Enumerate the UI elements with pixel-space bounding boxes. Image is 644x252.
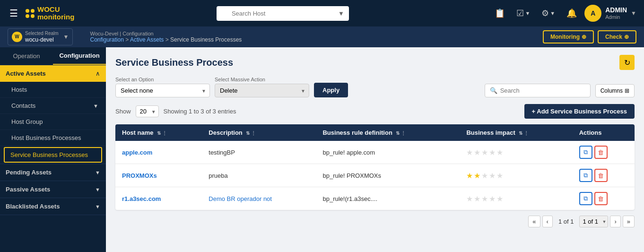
stars-container: ★★★★★ [466,171,566,180]
cell-actions: ⧉ 🗑 [573,164,635,187]
breadcrumb-active-assets[interactable]: Active Assets [130,36,164,43]
sidebar-item-service-business-processes[interactable]: Service Business Processes [4,147,102,163]
col-business-impact: Business impact ⇅ ⋮ [460,124,572,141]
pending-assets-header[interactable]: Pending Assets ▼ [0,164,106,181]
sidebar-item-host-business-processes[interactable]: Host Business Processes [0,130,106,146]
copy-button[interactable]: ⧉ [579,146,592,159]
monitoring-label: Monitoring [550,34,580,40]
select-massive-wrapper: Delete [215,84,309,97]
logo: WOCUmonitoring [26,6,74,21]
show-select[interactable]: 20 [136,105,159,117]
select-massive-dropdown[interactable]: Delete [215,84,309,97]
breadcrumb-wocu-devel[interactable]: Wocu-Devel [90,31,118,36]
star-1[interactable]: ★ [474,148,480,157]
active-assets-header[interactable]: Active Assets ∧ [0,65,106,82]
settings-button[interactable]: ⚙ ▼ [538,6,559,20]
page-title: Service Business Process [115,57,233,68]
breadcrumb-configuration[interactable]: Configuration [90,36,123,43]
star-2[interactable]: ★ [481,194,488,203]
star-1[interactable]: ★ [474,194,480,203]
pagination-last[interactable]: » [623,216,635,227]
select-massive-label: Select Massive Action [215,77,309,82]
star-2[interactable]: ★ [481,171,488,180]
columns-icon: ⊞ [625,87,629,94]
hostname-link[interactable]: r1.a3sec.com [122,195,161,202]
col-hostname-label: Host name [122,129,153,136]
sidebar-item-hosts[interactable]: Hosts [0,82,106,98]
admin-area[interactable]: A ADMIN Admin ▼ [584,5,636,22]
pagination-prev[interactable]: ‹ [542,216,553,227]
tab-configuration[interactable]: Configuration [53,47,106,65]
copy-button[interactable]: ⧉ [579,169,592,182]
tasks-button[interactable]: ☑ ▼ [513,6,534,20]
delete-button[interactable]: 🗑 [594,192,608,205]
description-text: Demo BR operador not [209,195,272,202]
star-3[interactable]: ★ [489,171,496,180]
admin-info: ADMIN Admin [605,6,627,20]
monitoring-icon: ⊕ [582,34,586,40]
realm-icon: W [12,32,22,42]
search-box: 🔍 [485,84,591,97]
copy-button[interactable]: ⧉ [579,192,592,205]
sidebar-item-contacts[interactable]: Contacts ▼ [0,98,106,114]
contacts-label: Contacts [11,102,35,109]
col-actions: Actions [573,124,635,141]
star-0[interactable]: ★ [466,171,473,180]
table-header: Host name ⇅ ⋮ Description ⇅ ⋮ Business r… [115,124,635,141]
pagination-first[interactable]: « [528,216,540,227]
col-hostname: Host name ⇅ ⋮ [115,124,202,141]
hamburger-button[interactable]: ☰ [8,6,20,21]
col-impact-sort[interactable]: ⇅ ⋮ [519,130,529,136]
check-button[interactable]: Check ⊕ [598,30,636,43]
admin-role: Admin [605,14,627,20]
star-2[interactable]: ★ [481,148,488,157]
sidebar-section-active-assets: Active Assets ∧ Hosts Contacts ▼ Host Gr… [0,65,106,164]
star-4[interactable]: ★ [496,148,503,157]
pagination-select[interactable]: 1 of 1 [579,216,608,227]
cell-description: testingBP [202,141,316,164]
contacts-expand-icon: ▼ [93,103,98,109]
star-0[interactable]: ★ [466,148,473,157]
search-host-dropdown-icon: ▼ [338,10,344,17]
table-row: apple.comtestingBPbp_rule! apple.com★★★★… [115,141,635,164]
star-1[interactable]: ★ [474,171,480,180]
add-service-business-process-button[interactable]: + Add Service Business Process [524,104,635,119]
show-label: Show [115,108,131,115]
delete-button[interactable]: 🗑 [594,146,608,159]
col-hostname-sort[interactable]: ⇅ ⋮ [157,130,167,136]
star-0[interactable]: ★ [466,194,473,203]
cell-rule-definition: bp_rule!(r1.a3sec.... [316,187,460,210]
col-rule-sort[interactable]: ⇅ ⋮ [396,130,406,136]
breadcrumb-configuration-top[interactable]: Configuration [122,31,153,36]
tab-operation[interactable]: Operation [0,47,53,65]
star-3[interactable]: ★ [489,194,496,203]
notifications-button[interactable]: 🔔 [563,6,581,20]
hostname-link[interactable]: apple.com [122,149,152,156]
search-input[interactable] [500,87,585,94]
star-4[interactable]: ★ [496,171,503,180]
hostname-link[interactable]: PROXMOXs [122,172,157,179]
col-rule-definition: Business rule definition ⇅ ⋮ [316,124,460,141]
star-4[interactable]: ★ [496,194,503,203]
columns-button[interactable]: Columns ⊞ [595,84,635,97]
col-description-sort[interactable]: ⇅ ⋮ [246,130,256,136]
select-option-dropdown[interactable]: Select none [115,84,210,97]
reports-button[interactable]: 📋 [491,6,509,20]
realm-selector[interactable]: W Selected Realm wocu-devel ▼ [8,28,73,45]
delete-button[interactable]: 🗑 [594,169,608,182]
star-3[interactable]: ★ [489,148,496,157]
passive-assets-header[interactable]: Passive Assets ▼ [0,181,106,198]
sidebar-item-host-group[interactable]: Host Group [0,114,106,130]
logo-dot-1 [26,9,29,13]
select-option-label: Select an Option [115,77,210,82]
breadcrumb-top: Wocu-Devel | Configuration [90,31,535,36]
search-host-input[interactable] [217,6,349,21]
select-massive-group: Select Massive Action Delete [215,77,309,97]
monitoring-button[interactable]: Monitoring ⊕ [543,30,594,43]
refresh-button[interactable]: ↻ [619,55,635,70]
pagination-next[interactable]: › [610,216,620,227]
cell-hostname: apple.com [115,141,202,164]
apply-button[interactable]: Apply [314,83,348,97]
blacklisted-assets-header[interactable]: Blacklisted Assets ▼ [0,198,106,215]
col-description-label: Description [209,129,243,136]
